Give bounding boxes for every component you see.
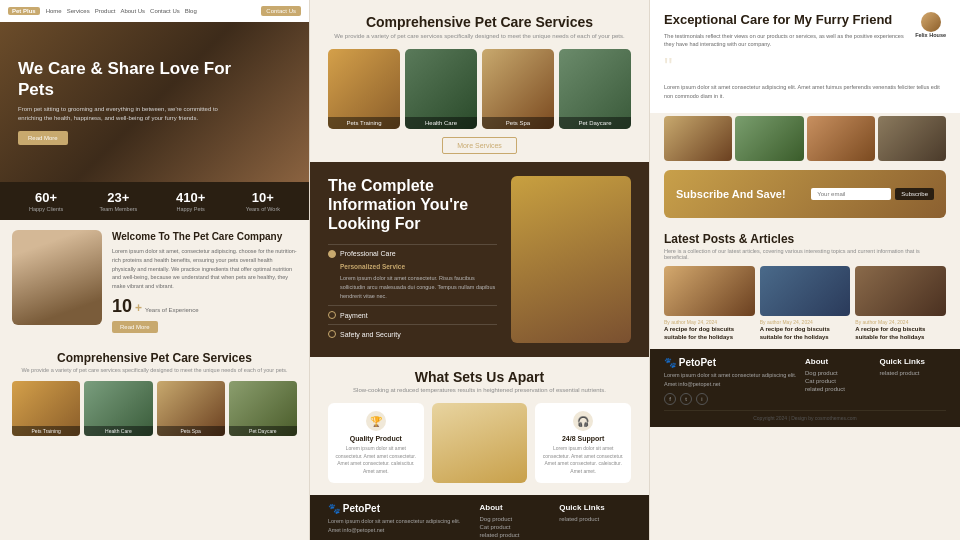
support-icon: 🎧 <box>573 411 593 431</box>
welcome-title: Welcome To The Pet Care Company <box>112 230 297 243</box>
subscribe-email-input[interactable] <box>811 188 891 200</box>
post-thumb-2 <box>855 266 946 316</box>
comp-title: Comprehensive Pet Care Services <box>328 14 631 30</box>
welcome-read-more[interactable]: Read More <box>112 321 158 333</box>
info-title: The Complete Information You're Looking … <box>328 176 497 234</box>
footer-right-tagline: Lorem ipsum dolor sit amet consectetur a… <box>664 371 797 389</box>
footer-about-link-1[interactable]: Cat product <box>480 524 552 530</box>
post-card-0[interactable]: By author May 24, 2024 A recipe for dog … <box>664 266 755 342</box>
pet-thumb-1 <box>735 116 803 161</box>
mid-service-spa[interactable]: Pets Spa <box>482 49 554 129</box>
pet-thumb-3 <box>878 116 946 161</box>
middle-panel: Comprehensive Pet Care Services We provi… <box>310 0 650 540</box>
footer-right-about-1[interactable]: Cat product <box>805 378 872 384</box>
post-card-2[interactable]: By author May 24, 2024 A recipe for dog … <box>855 266 946 342</box>
footer-about-link-2[interactable]: related product <box>480 532 552 538</box>
accordion-professional-care[interactable]: Professional Care Personalized Service L… <box>328 244 497 306</box>
service-card-health[interactable]: Health Care <box>84 381 152 436</box>
nav-link-contact[interactable]: Contact Us <box>150 8 180 14</box>
sets-title: What Sets Us Apart <box>328 369 631 385</box>
accordion-dot-0 <box>328 250 336 258</box>
service-label-1: Health Care <box>84 426 152 436</box>
subscribe-title: Subscribe And Save! <box>676 188 786 200</box>
footer-quick-link-0[interactable]: related product <box>559 516 631 522</box>
posts-grid: By author May 24, 2024 A recipe for dog … <box>664 266 946 342</box>
subscribe-input-wrap: Subscribe <box>811 188 934 200</box>
service-label-0: Pets Training <box>12 426 80 436</box>
mid-service-health[interactable]: Health Care <box>405 49 477 129</box>
footer-about-col: About Dog product Cat product related pr… <box>480 503 552 540</box>
nav-link-services[interactable]: Services <box>67 8 90 14</box>
mid-service-label-3: Pet Daycare <box>559 117 631 129</box>
hero-cta-btn[interactable]: Read More <box>18 131 68 145</box>
stat-num-2: 410+ <box>155 190 227 205</box>
pet-thumb-0 <box>664 116 732 161</box>
nav-link-blog[interactable]: Blog <box>185 8 197 14</box>
footer-right-about-0[interactable]: Dog product <box>805 370 872 376</box>
nav-logo[interactable]: Pet Plus <box>8 7 40 15</box>
nav-link-product[interactable]: Product <box>95 8 116 14</box>
accordion-header-2: Safety and Security <box>328 330 497 338</box>
comp-services-section: Comprehensive Pet Care Services We provi… <box>310 0 649 162</box>
service-card-spa[interactable]: Pets Spa <box>157 381 225 436</box>
service-label-2: Pets Spa <box>157 426 225 436</box>
nav-link-home[interactable]: Home <box>46 8 62 14</box>
stat-years-work: 10+ Years of Work <box>227 190 299 212</box>
subscribe-button[interactable]: Subscribe <box>895 188 934 200</box>
accordion-safety[interactable]: Safety and Security <box>328 324 497 343</box>
stat-happy-clients: 60+ Happy Clients <box>10 190 82 212</box>
footer-right-quick-0[interactable]: related product <box>880 370 947 376</box>
footer-right-paw-icon: 🐾 <box>664 357 676 368</box>
footer-right-about-title: About <box>805 357 872 366</box>
welcome-image <box>12 230 102 325</box>
social-icon-tw[interactable]: t <box>680 393 692 405</box>
welcome-text: Welcome To The Pet Care Company Lorem ip… <box>112 230 297 333</box>
footer-right-quick-col: Quick Links related product <box>880 357 947 405</box>
post-card-1[interactable]: By author May 24, 2024 A recipe for dog … <box>760 266 851 342</box>
footer-about-link-0[interactable]: Dog product <box>480 516 552 522</box>
stat-label-0: Happy Clients <box>10 206 82 212</box>
accordion-header-1: Payment <box>328 311 497 319</box>
testimonial-title: Exceptional Care for My Furry Friend <box>664 12 907 28</box>
stat-num-0: 60+ <box>10 190 82 205</box>
nav-link-about[interactable]: About Us <box>120 8 145 14</box>
accordion-payment[interactable]: Payment <box>328 305 497 324</box>
post-title-2: A recipe for dog biscuits suitable for t… <box>855 326 946 342</box>
services-section-left: Comprehensive Pet Care Services We provi… <box>0 343 309 444</box>
footer-middle: 🐾 PetoPet Lorem ipsum dolor sit amet con… <box>310 495 649 540</box>
social-icon-fb[interactable]: f <box>664 393 676 405</box>
mid-service-daycare[interactable]: Pet Daycare <box>559 49 631 129</box>
years-plus: + <box>135 301 142 315</box>
testimonial-section: Exceptional Care for My Furry Friend The… <box>650 0 960 113</box>
quote-text: Lorem ipsum dolor sit amet consectetur a… <box>664 83 946 101</box>
footer-right-copyright: Copyright 2024 | Design by cosmothemes.c… <box>664 410 946 421</box>
mid-service-training[interactable]: Pets Training <box>328 49 400 129</box>
service-card-training[interactable]: Pets Training <box>12 381 80 436</box>
welcome-section: Welcome To The Pet Care Company Lorem ip… <box>0 220 309 343</box>
reviewer-block: Felix House <box>915 12 946 38</box>
sets-sub: Slow-cooking at reduced temperatures res… <box>328 387 631 393</box>
post-thumb-0 <box>664 266 755 316</box>
stat-team-members: 23+ Team Members <box>82 190 154 212</box>
hero-subtitle: From pet sitting to grooming and everyth… <box>18 105 218 123</box>
stat-label-1: Team Members <box>82 206 154 212</box>
more-services-btn[interactable]: More Services <box>442 137 517 154</box>
info-accordion: Professional Care Personalized Service L… <box>328 244 497 344</box>
stat-happy-pets: 410+ Happy Pets <box>155 190 227 212</box>
hero-content: We Care & Share Love For Pets From pet s… <box>18 59 291 145</box>
subscribe-section: Subscribe And Save! Subscribe <box>664 170 946 218</box>
footer-right-about-2[interactable]: related product <box>805 386 872 392</box>
nav-contact-btn[interactable]: Contact Us <box>261 6 301 16</box>
welcome-body: Lorem ipsum dolor sit amet, consectetur … <box>112 247 297 291</box>
posts-sub: Here is a collection of our latest artic… <box>664 248 946 260</box>
mid-service-label-0: Pets Training <box>328 117 400 129</box>
services-grid-left: Pets Training Health Care Pets Spa Pet D… <box>12 381 297 436</box>
right-panel: Exceptional Care for My Furry Friend The… <box>650 0 960 540</box>
hero-title: We Care & Share Love For Pets <box>18 59 238 100</box>
social-icon-ig[interactable]: i <box>696 393 708 405</box>
years-label: Years of Experience <box>145 307 198 313</box>
footer-quick-col: Quick Links related product <box>559 503 631 540</box>
services-grid-mid: Pets Training Health Care Pets Spa Pet D… <box>328 49 631 129</box>
footer-right-brand-col: 🐾 PetoPet Lorem ipsum dolor sit amet con… <box>664 357 797 405</box>
service-card-daycare[interactable]: Pet Daycare <box>229 381 297 436</box>
